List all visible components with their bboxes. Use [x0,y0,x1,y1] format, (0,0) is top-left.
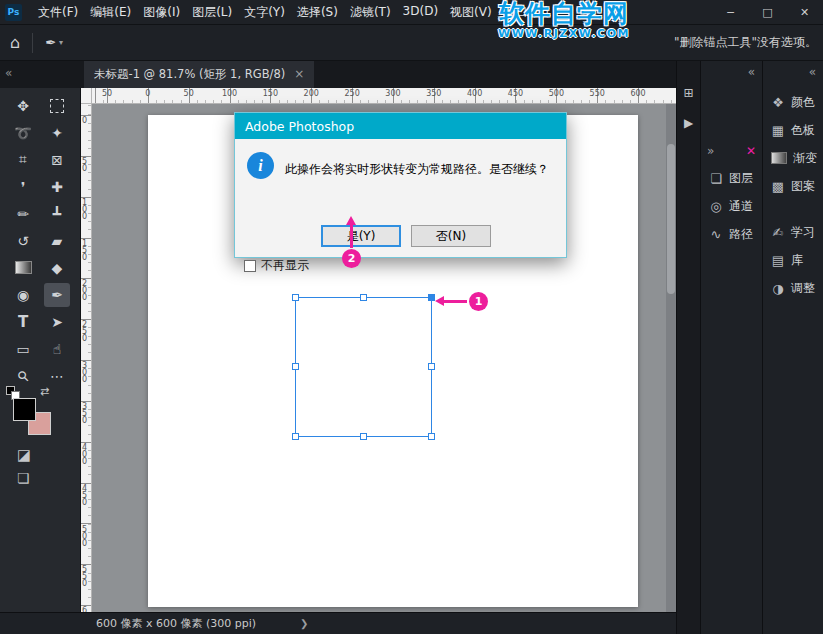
panel-item-gradients[interactable]: 渐变 [763,144,823,172]
menu-item[interactable]: 编辑(E) [84,3,137,22]
panel-item-patterns[interactable]: ▩图案 [763,172,823,200]
title-bar: Ps 文件(F)编辑(E)图像(I)图层(L)文字(Y)选择(S)滤镜(T)3D… [0,0,823,25]
tool-preset-button[interactable]: ✒ ▾ [45,35,63,50]
tool-history-brush[interactable]: ↺ [10,229,36,253]
dont-show-checkbox-row: 不再显示 [244,257,309,274]
swap-colors-icon[interactable]: ⇄ [40,385,49,398]
home-icon[interactable]: ⌂ [10,33,20,52]
foreground-color-swatch[interactable] [13,398,36,421]
toolbar-collapse-icon[interactable]: « [5,66,12,80]
shape-handle-s[interactable] [360,433,367,440]
scrollbar-thumb[interactable] [667,144,675,294]
dialog-title-bar[interactable]: Adobe Photoshop [235,113,566,139]
tool-lasso[interactable]: ➰ [10,121,36,145]
menu-item[interactable]: 文字(Y) [238,3,291,22]
collapsed-panel-1-icon[interactable]: ⊞ [677,86,700,100]
panel-item-learn[interactable]: ✍学习 [763,218,823,246]
channels-label: 通道 [729,198,753,215]
tool-path-selection[interactable]: ➤ [44,310,70,334]
ruler-corner [80,88,92,104]
libraries-icon: ▤ [771,253,785,268]
menu-item[interactable]: 选择(S) [291,3,344,22]
tool-hand[interactable]: ☝ [44,337,70,361]
panel-group-3: ✍学习▤库◑调整 [763,218,823,302]
channels-icon: ◎ [709,199,723,214]
tool-marquee[interactable] [44,94,70,118]
shape-handle-w[interactable] [292,363,299,370]
tool-brush[interactable]: ✏ [10,202,36,226]
panel-item-channels[interactable]: ◎通道 [701,192,762,220]
tool-dodge[interactable]: ◉ [10,283,36,307]
collapse-panels-icon-2[interactable]: « [809,65,816,79]
zoom-icon: ⚲ [14,366,33,385]
shape-handle-ne[interactable] [428,294,435,301]
shape-handle-n[interactable] [360,294,367,301]
tool-crop[interactable]: ⌗ [10,148,36,172]
shape-handle-sw[interactable] [292,433,299,440]
tool-zoom[interactable]: ⚲ [10,364,36,388]
yes-button[interactable]: 是(Y) [321,225,401,247]
menu-item[interactable]: 滤镜(T) [344,3,397,22]
tool-clone-stamp[interactable]: ┻ [44,202,70,226]
menu-item[interactable]: 文件(F) [32,3,84,22]
collapsed-panel-2-icon[interactable]: ▶ [677,116,700,130]
lasso-icon: ➰ [14,125,31,141]
tool-gradient[interactable] [10,256,36,280]
collapse-panels-icon[interactable]: « [748,65,755,79]
expand-panels-icon[interactable]: » [707,144,714,158]
panel-item-swatches[interactable]: ▦色板 [763,116,823,144]
shape-handle-e[interactable] [428,363,435,370]
panel-item-color[interactable]: ❖颜色 [763,88,823,116]
document-size-text: 600 像素 x 600 像素 (300 ppi) [96,616,256,631]
chevron-down-icon: ▾ [59,38,63,47]
tool-eraser[interactable]: ▰ [44,229,70,253]
tool-type[interactable]: T [10,310,36,334]
h-ruler-label: 400 [467,89,482,98]
adjustments-label: 调整 [791,280,815,297]
shape-handle-nw[interactable] [292,294,299,301]
tool-eyedropper[interactable]: ❜ [10,175,36,199]
menu-item[interactable]: 3D(D) [397,3,444,22]
status-bar: 600 像素 x 600 像素 (300 ppi) ❯ [0,612,676,634]
quick-mask-icon[interactable]: ◪ [17,446,31,464]
panel-item-paths[interactable]: ∿路径 [701,220,762,248]
tool-healing[interactable]: ✚ [44,175,70,199]
hand-icon: ☝ [53,341,62,357]
h-ruler-label: 450 [508,89,523,98]
path-selection-icon: ➤ [51,314,63,330]
menu-item[interactable]: 窗口(W) [498,3,555,22]
tab-close-icon[interactable]: × [294,67,304,81]
panel-group-1: ❏图层◎通道∿路径 [701,164,762,248]
panel-item-layers[interactable]: ❏图层 [701,164,762,192]
panel-item-libraries[interactable]: ▤库 [763,246,823,274]
shape-rectangle[interactable] [295,297,432,437]
minimize-button[interactable]: ─ [712,0,749,24]
tool-blur[interactable]: ◆ [44,256,70,280]
shape-handle-se[interactable] [428,433,435,440]
tool-move[interactable]: ✥ [10,94,36,118]
screen-mode-icon[interactable]: ❏ [17,470,30,486]
libraries-label: 库 [791,252,803,269]
panel-item-adjustments[interactable]: ◑调整 [763,274,823,302]
dont-show-checkbox[interactable] [244,260,256,272]
tool-edit-toolbar[interactable]: ⋯ [44,364,70,388]
status-chevron-icon[interactable]: ❯ [300,618,308,629]
v-ruler-label: 350 [82,403,90,424]
frame-icon: ⊠ [51,152,63,168]
close-button[interactable]: ✕ [786,0,823,24]
h-ruler-label: 150 [263,89,278,98]
tool-pen[interactable]: ✒ [44,283,70,307]
document-tab[interactable]: 未标题-1 @ 81.7% (矩形 1, RGB/8) × [84,60,314,88]
tool-quick-selection[interactable]: ✦ [44,121,70,145]
menu-item[interactable]: 视图(V) [444,3,498,22]
color-label: 颜色 [791,94,815,111]
tool-frame[interactable]: ⊠ [44,148,70,172]
no-button[interactable]: 否(N) [411,225,491,247]
v-ruler-label: 450 [82,485,90,506]
tool-rectangle[interactable]: ▭ [10,337,36,361]
panel-close-icon[interactable]: ✕ [746,144,756,158]
menu-item[interactable]: 图像(I) [137,3,186,22]
maximize-button[interactable]: □ [749,0,786,24]
vertical-scrollbar[interactable] [666,104,676,612]
menu-item[interactable]: 图层(L) [186,3,238,22]
